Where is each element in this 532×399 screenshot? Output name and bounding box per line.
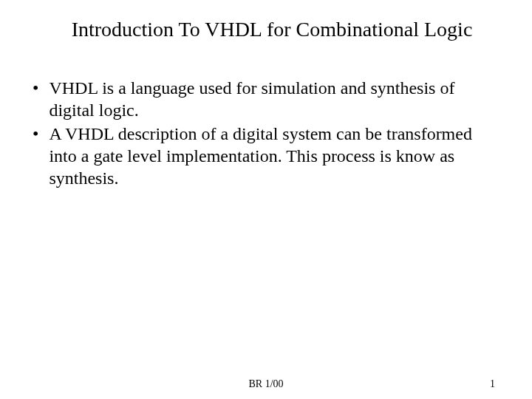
bullet-text: A VHDL description of a digital system c… [49,123,502,189]
slide-content: • VHDL is a language used for simulation… [30,77,502,189]
bullet-item: • VHDL is a language used for simulation… [33,77,502,121]
slide-container: Introduction To VHDL for Combinational L… [0,0,532,399]
bullet-item: • A VHDL description of a digital system… [33,123,502,189]
bullet-text: VHDL is a language used for simulation a… [49,77,502,121]
footer-center-text: BR 1/00 [248,378,283,390]
page-number: 1 [490,378,495,390]
slide-title: Introduction To VHDL for Combinational L… [30,18,502,41]
bullet-marker-icon: • [33,123,38,145]
bullet-marker-icon: • [33,77,38,99]
